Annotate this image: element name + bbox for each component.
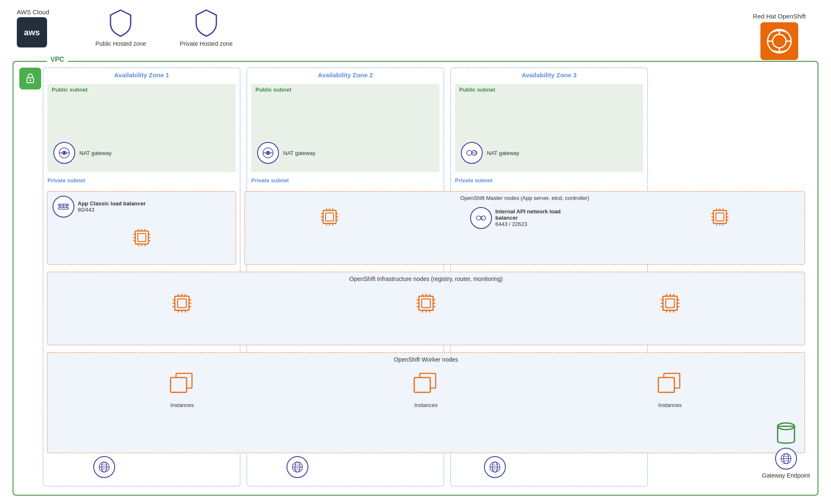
worker-nodes-label: OpenShift Worker nodes (47, 353, 805, 363)
az3-title: Availability Zone 3 (451, 68, 647, 79)
infra-nodes-section: OpenShift Infrastructure nodes (registry… (47, 272, 805, 345)
bucket-icon (773, 418, 799, 445)
svg-point-16 (467, 150, 472, 155)
az1-private-subnet-label: Private subnet (47, 177, 85, 184)
az3-private-subnet: Private subnet (455, 176, 643, 192)
az2-nat-gateway: NAT gateway (257, 142, 316, 164)
master-nodes-label: OpenShift Master nodes (App server, etcd… (245, 192, 805, 201)
az2-nat-icon (257, 142, 279, 164)
svg-rect-102 (663, 296, 677, 310)
svg-line-58 (481, 216, 484, 217)
svg-rect-41 (326, 213, 334, 221)
az1-title: Availability Zone 1 (43, 68, 240, 79)
redhat-icon (760, 22, 798, 60)
aws-cloud-section: AWS Cloud aws (17, 8, 49, 47)
svg-rect-61 (716, 213, 724, 221)
svg-point-9 (63, 152, 66, 154)
internal-api-lb-port: 6443 / 22623 (495, 221, 579, 227)
openshift-logo-icon (765, 26, 794, 56)
aws-logo: aws (17, 17, 47, 47)
az1-public-subnet-label: Public subnet (47, 84, 236, 95)
az1-instances-label: Instances (171, 402, 194, 408)
az2-public-subnet: Public subnet NAT gateway (251, 84, 439, 172)
public-hosted-zone: Public Hosted zone (95, 8, 146, 47)
az1-private-subnet: Private subnet (47, 176, 236, 192)
az3-worker: Instances (656, 371, 684, 408)
svg-rect-22 (58, 207, 68, 209)
svg-rect-26 (135, 231, 148, 244)
svg-rect-88 (419, 296, 433, 310)
svg-rect-27 (138, 234, 146, 242)
az2-public-subnet-label: Public subnet (251, 84, 439, 95)
gateway-endpoint-outer (775, 448, 797, 470)
az2-title: Availability Zone 2 (247, 68, 444, 79)
shield-icon-public (108, 8, 133, 38)
az3-nat-label: NAT gateway (487, 150, 519, 156)
worker-nodes-section: OpenShift Worker nodes Instances (47, 352, 805, 453)
az3-s3-endpoint (484, 456, 506, 478)
lb-icon (53, 196, 74, 218)
az2-infra-cpu (413, 291, 439, 318)
az1-master-cpu (47, 226, 236, 249)
svg-rect-124 (658, 378, 674, 392)
aws-cloud-label: AWS Cloud (17, 8, 49, 16)
redhat-section: Red Hat OpenShift (753, 13, 806, 60)
private-hosted-zone: Private Hosted zone (180, 8, 233, 47)
az3-instances-label: Instances (658, 402, 682, 408)
az3-master-cpu (708, 205, 731, 230)
az3-public-subnet-label: Public subnet (455, 84, 643, 95)
az2-s3-endpoint (287, 456, 308, 478)
vpc-container: VPC Availability Zone 1 Public subnet (13, 61, 818, 496)
gateway-endpoint-section: Gateway Endpoint (762, 418, 810, 479)
az1-nat-label: NAT gateway (79, 150, 112, 156)
az2-private-subnet-label: Private subnet (251, 177, 289, 184)
az2-nat-label: NAT gateway (283, 150, 316, 156)
vpc-label: VPC (47, 56, 68, 63)
az1-nat-icon (53, 142, 75, 164)
svg-point-13 (267, 152, 269, 154)
shield-icon-private (194, 8, 219, 38)
public-hosted-zone-label: Public Hosted zone (95, 40, 146, 47)
svg-rect-60 (713, 210, 726, 223)
az1-infra-cpu (169, 291, 195, 318)
gateway-endpoint-label: Gateway Endpoint (762, 472, 810, 479)
az3-public-subnet: Public subnet NAT gateway (455, 84, 643, 172)
az1-s3-endpoint (93, 456, 115, 478)
az1-nat-gateway: NAT gateway (53, 142, 112, 164)
az1-public-subnet: Public subnet NAT gateway (47, 84, 236, 172)
svg-rect-118 (171, 378, 187, 392)
app-lb-port: 80/443 (78, 207, 146, 213)
svg-rect-75 (178, 299, 187, 308)
app-lb-label: App Classic load balancer (78, 200, 146, 207)
internal-api-lb-label: Internal API network load balancer (495, 208, 579, 221)
svg-rect-89 (422, 299, 431, 308)
vpc-lock-icon (19, 68, 41, 89)
svg-rect-74 (175, 296, 189, 310)
az1-worker: Instances (168, 371, 196, 408)
private-hosted-zone-label: Private Hosted zone (180, 40, 233, 47)
az2-master-cpu (318, 205, 341, 230)
svg-point-54 (476, 216, 481, 220)
svg-point-1 (773, 34, 786, 48)
az3-nat-gateway: NAT gateway (461, 142, 519, 164)
svg-rect-103 (665, 299, 674, 308)
az2-private-subnet: Private subnet (251, 176, 439, 192)
az2-worker: Instances (412, 371, 439, 408)
az3-private-subnet-label: Private subnet (455, 177, 493, 184)
aws-logo-text: aws (24, 28, 40, 37)
az1-lb-section: App Classic load balancer 80/443 (47, 191, 236, 265)
svg-point-7 (29, 79, 31, 81)
internal-api-lb-icon (470, 207, 492, 229)
svg-rect-40 (323, 210, 336, 223)
az3-infra-cpu (657, 291, 683, 318)
svg-line-59 (481, 219, 484, 220)
az2-instances-label: Instances (414, 402, 438, 408)
redhat-label: Red Hat OpenShift (753, 13, 806, 20)
svg-rect-121 (414, 378, 430, 392)
master-nodes-section: OpenShift Master nodes (App server, etcd… (245, 191, 805, 265)
infra-nodes-label: OpenShift Infrastructure nodes (registry… (47, 272, 805, 282)
az3-nat-icon (461, 142, 483, 164)
